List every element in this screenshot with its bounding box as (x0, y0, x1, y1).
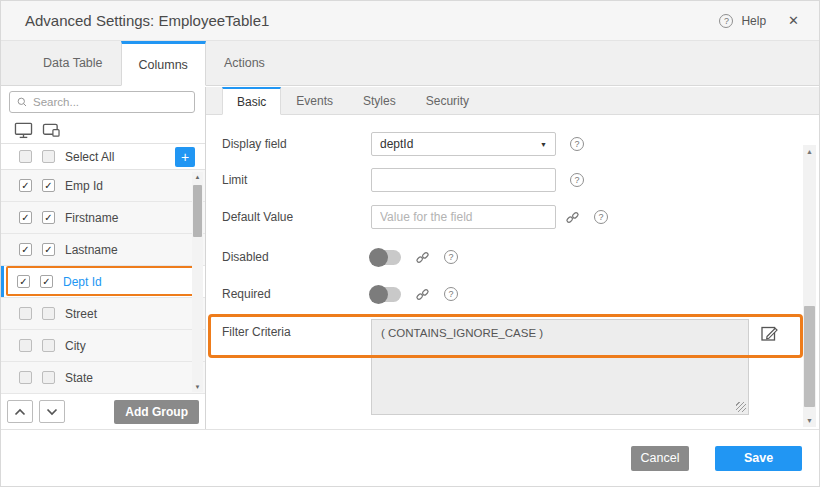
cancel-button[interactable]: Cancel (631, 446, 689, 471)
add-column-button[interactable]: + (175, 147, 195, 167)
select-all-label: Select All (65, 150, 114, 164)
scroll-up-icon[interactable]: ▲ (195, 174, 201, 180)
dropdown-caret-icon: ▼ (540, 141, 547, 148)
selected-row-highlight (6, 266, 203, 296)
web-checkbox[interactable] (19, 339, 32, 352)
subtab-styles[interactable]: Styles (348, 87, 411, 114)
edit-icon[interactable] (760, 323, 779, 342)
resize-handle[interactable] (736, 402, 746, 412)
subtab-events[interactable]: Events (281, 87, 348, 114)
select-all-web-checkbox[interactable] (19, 150, 32, 163)
desktop-icon (14, 122, 33, 139)
column-row-state[interactable]: State (1, 362, 205, 394)
column-row-emp-id[interactable]: ✓ ✓ Emp Id (1, 170, 205, 202)
mobile-checkbox[interactable]: ✓ (42, 243, 55, 256)
disabled-toggle[interactable] (371, 250, 401, 265)
select-all-row: Select All + (1, 144, 205, 170)
web-checkbox[interactable] (19, 307, 32, 320)
save-button[interactable]: Save (715, 446, 802, 471)
search-icon (17, 96, 27, 108)
default-value-row: Default Value ? (222, 205, 779, 229)
mobile-checkbox[interactable] (42, 371, 55, 384)
select-all-mobile-checkbox[interactable] (42, 150, 55, 163)
move-up-button[interactable] (7, 400, 33, 423)
filter-criteria-value: ( CONTAINS_IGNORE_CASE ) (381, 327, 543, 339)
column-label: Emp Id (65, 179, 103, 193)
subtab-basic[interactable]: Basic (222, 87, 281, 115)
help-icon[interactable]: ? (444, 287, 458, 301)
mobile-checkbox[interactable]: ✓ (42, 211, 55, 224)
filter-criteria-textarea[interactable]: ( CONTAINS_IGNORE_CASE ) (371, 319, 749, 415)
help-icon[interactable]: ? (719, 14, 733, 28)
display-field-value: deptId (380, 137, 413, 151)
columns-sidebar: Select All + ✓ ✓ Emp Id ✓ ✓ Firstname ✓ … (1, 87, 206, 429)
default-value-label: Default Value (222, 210, 371, 224)
toggle-knob (369, 248, 388, 267)
help-icon[interactable]: ? (570, 137, 584, 151)
scroll-down-icon[interactable]: ▼ (195, 384, 201, 390)
device-column-header (1, 117, 205, 144)
column-row-firstname[interactable]: ✓ ✓ Firstname (1, 202, 205, 234)
help-icon[interactable]: ? (594, 210, 608, 224)
tab-columns[interactable]: Columns (121, 41, 206, 86)
main-tab-strip: Data Table Columns Actions (1, 41, 819, 86)
bind-link-icon[interactable] (565, 210, 580, 225)
web-checkbox[interactable]: ✓ (19, 211, 32, 224)
column-list-scrollbar[interactable]: ▲ ▼ (192, 172, 203, 392)
scroll-down-icon[interactable]: ▼ (806, 417, 813, 424)
column-label: Firstname (65, 211, 118, 225)
mobile-checkbox[interactable]: ✓ (42, 179, 55, 192)
column-settings-panel: Basic Events Styles Security Display fie… (206, 87, 819, 429)
limit-input[interactable] (371, 168, 556, 192)
tab-data-table[interactable]: Data Table (25, 41, 121, 85)
sidebar-footer: Add Group (1, 394, 205, 429)
scrollbar-thumb[interactable] (804, 306, 815, 408)
column-row-street[interactable]: Street (1, 298, 205, 330)
subtab-security[interactable]: Security (411, 87, 484, 114)
help-icon[interactable]: ? (570, 173, 584, 187)
search-input[interactable] (33, 96, 187, 108)
help-label[interactable]: Help (741, 14, 766, 28)
basic-settings-form: Display field deptId ▼ ? Limit ? Default… (206, 115, 819, 429)
chevron-down-icon (46, 408, 58, 416)
required-label: Required (222, 287, 371, 301)
web-checkbox[interactable] (19, 371, 32, 384)
web-checkbox[interactable]: ✓ (17, 275, 30, 288)
display-field-select[interactable]: deptId ▼ (371, 132, 556, 156)
web-checkbox[interactable]: ✓ (19, 179, 32, 192)
mobile-checkbox[interactable] (42, 339, 55, 352)
disabled-label: Disabled (222, 250, 371, 264)
move-down-button[interactable] (39, 400, 65, 423)
column-label: Dept Id (63, 275, 102, 289)
column-label: City (65, 339, 86, 353)
display-field-label: Display field (222, 137, 371, 151)
toggle-knob (369, 285, 388, 304)
bind-link-icon[interactable] (415, 250, 430, 265)
chevron-up-icon (14, 408, 26, 416)
content-area: Select All + ✓ ✓ Emp Id ✓ ✓ Firstname ✓ … (1, 87, 819, 429)
column-list: ✓ ✓ Emp Id ✓ ✓ Firstname ✓ ✓ Lastname (1, 170, 205, 394)
column-label: State (65, 371, 93, 385)
sub-tab-strip: Basic Events Styles Security (206, 87, 819, 115)
column-row-dept-id[interactable]: ✓ ✓ Dept Id (1, 266, 205, 298)
scrollbar-thumb[interactable] (193, 185, 202, 237)
selected-row-indicator (1, 266, 4, 297)
default-value-input[interactable] (371, 205, 556, 229)
scroll-up-icon[interactable]: ▲ (806, 148, 813, 155)
column-row-city[interactable]: City (1, 330, 205, 362)
required-toggle[interactable] (371, 287, 401, 302)
form-scrollbar[interactable]: ▲ ▼ (803, 145, 816, 427)
limit-label: Limit (222, 173, 371, 187)
add-group-button[interactable]: Add Group (114, 400, 199, 424)
mobile-checkbox[interactable]: ✓ (40, 275, 53, 288)
tab-actions[interactable]: Actions (206, 41, 283, 85)
mobile-checkbox[interactable] (42, 307, 55, 320)
search-field[interactable] (9, 91, 195, 113)
help-icon[interactable]: ? (444, 250, 458, 264)
column-row-lastname[interactable]: ✓ ✓ Lastname (1, 234, 205, 266)
bind-link-icon[interactable] (415, 287, 430, 302)
web-checkbox[interactable]: ✓ (19, 243, 32, 256)
disabled-row: Disabled ? (222, 245, 779, 269)
advanced-settings-dialog: Advanced Settings: EmployeeTable1 ? Help… (0, 0, 820, 487)
close-icon[interactable]: ✕ (788, 13, 799, 28)
